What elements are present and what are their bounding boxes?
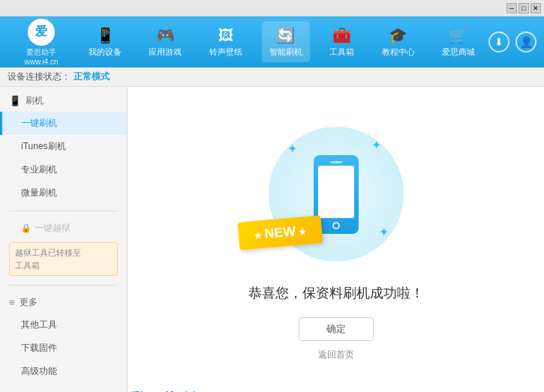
- main-layout: 📱 刷机 一键刷机 iTunes刷机 专业刷机 微量刷机 🔒 一键越狱 越狱工具…: [0, 87, 544, 392]
- jailbreak-label: 一键越狱: [35, 222, 71, 235]
- status-strip: 设备连接状态： 正常模式: [0, 67, 544, 87]
- nav-toolbox[interactable]: 🧰 工具箱: [322, 22, 362, 62]
- nav-my-device[interactable]: 📱 我的设备: [81, 22, 129, 62]
- sidebar-flash-title: 📱 刷机: [0, 90, 127, 112]
- lock-icon: 🔒: [21, 223, 32, 233]
- minimize-button[interactable]: ─: [506, 3, 517, 13]
- nav-store-label: 爱思商城: [442, 46, 475, 58]
- sidebar-item-advanced[interactable]: 高级功能: [0, 360, 127, 383]
- device-details: iPhone 12 mini 64GB Down-12mini-13,1: [132, 390, 196, 393]
- sparkle-top-left: ✦: [287, 142, 297, 156]
- maximize-button[interactable]: □: [518, 3, 529, 13]
- nav-right: ⬇ 👤: [488, 31, 536, 52]
- more-section-label: 更多: [20, 296, 38, 309]
- nav-apps[interactable]: 🎮 应用游戏: [141, 22, 189, 62]
- sidebar-jailbreak-title: 🔒 一键越狱: [0, 217, 127, 239]
- sidebar-item-download-firmware[interactable]: 下载固件: [0, 337, 127, 360]
- toolbox-icon: 🧰: [332, 26, 351, 44]
- window-controls: ─ □ ✕: [506, 3, 541, 13]
- close-button[interactable]: ✕: [530, 3, 541, 13]
- sidebar-item-pro-flash[interactable]: 专业刷机: [0, 158, 127, 181]
- nav-tutorial[interactable]: 🎓 教程中心: [374, 22, 422, 62]
- status-label: 设备连接状态：: [8, 70, 71, 83]
- logo-area: 爱 爱思助手 www.i4.cn: [8, 19, 75, 66]
- logo-circle: 爱: [28, 19, 55, 46]
- more-section-icon: ≡: [9, 297, 15, 308]
- nav-smart-flash-label: 智能刷机: [269, 46, 302, 58]
- sidebar-divider-2: [9, 285, 118, 286]
- jailbreak-info-box: 越狱工具已转移至工具箱: [9, 242, 118, 276]
- nav-wallpaper[interactable]: 🖼 铃声壁纸: [202, 22, 250, 62]
- apps-icon: 🎮: [156, 26, 175, 44]
- sidebar-more-section: ≡ 更多 其他工具 下载固件 高级功能: [0, 289, 127, 386]
- nav-store[interactable]: 🛒 爱思商城: [434, 22, 482, 62]
- nav-tutorial-label: 教程中心: [382, 46, 415, 58]
- success-illustration: ✦ ✦ ✦ NEW: [254, 119, 419, 269]
- title-bar: ─ □ ✕: [0, 0, 544, 16]
- device-status-area: ✓ 自动敛送 ✓ 跳过向导 📱 iPhone 12 mini 64GB Down…: [8, 390, 304, 393]
- wallpaper-icon: 🖼: [218, 27, 233, 44]
- nav-my-device-label: 我的设备: [89, 46, 122, 58]
- phone-screen: [318, 166, 354, 218]
- top-nav: 爱 爱思助手 www.i4.cn 📱 我的设备 🎮 应用游戏 🖼 铃声壁纸 🔄 …: [0, 16, 544, 67]
- success-title: 恭喜您，保资料刷机成功啦！: [248, 284, 424, 302]
- sparkle-top-right: ✦: [371, 138, 381, 152]
- nav-smart-flash[interactable]: 🔄 智能刷机: [262, 22, 310, 62]
- flash-section-label: 刷机: [26, 94, 44, 107]
- nav-items: 📱 我的设备 🎮 应用游戏 🖼 铃声壁纸 🔄 智能刷机 🧰 工具箱 🎓 教程中心…: [75, 22, 488, 62]
- sidebar-item-small-flash[interactable]: 微量刷机: [0, 181, 127, 205]
- my-device-icon: 📱: [96, 26, 115, 44]
- sidebar-item-other-tools[interactable]: 其他工具: [0, 313, 127, 337]
- logo-symbol: 爱: [35, 24, 47, 40]
- jailbreak-info-text: 越狱工具已转移至工具箱: [15, 248, 81, 270]
- sidebar-flash-section: 📱 刷机 一键刷机 iTunes刷机 专业刷机 微量刷机: [0, 87, 127, 208]
- device-name: iPhone 12 mini: [132, 390, 196, 393]
- download-button[interactable]: ⬇: [488, 31, 509, 52]
- sparkle-bottom-right: ✦: [379, 225, 389, 239]
- status-value: 正常模式: [74, 70, 110, 83]
- sidebar-item-itunes-flash[interactable]: iTunes刷机: [0, 135, 127, 158]
- sidebar: 📱 刷机 一键刷机 iTunes刷机 专业刷机 微量刷机 🔒 一键越狱 越狱工具…: [0, 87, 128, 392]
- phone-home: [332, 222, 340, 229]
- tutorial-icon: 🎓: [389, 26, 407, 44]
- sidebar-more-title: ≡ 更多: [0, 292, 127, 313]
- sidebar-divider-1: [9, 211, 118, 211]
- nav-toolbox-label: 工具箱: [329, 46, 354, 58]
- phone-speaker: [330, 161, 342, 163]
- confirm-button[interactable]: 确定: [299, 317, 374, 341]
- logo-line2: www.i4.cn: [24, 58, 58, 66]
- sidebar-item-one-click-flash[interactable]: 一键刷机: [0, 112, 127, 135]
- flash-section-icon: 📱: [9, 95, 21, 106]
- logo-line1: 爱思助手: [26, 47, 56, 58]
- sidebar-jailbreak-section: 🔒 一键越狱 越狱工具已转移至工具箱: [0, 214, 127, 282]
- smart-flash-icon: 🔄: [276, 26, 295, 44]
- profile-button[interactable]: 👤: [515, 31, 536, 52]
- content-area: ✦ ✦ ✦ NEW 恭喜您，保资料刷机成功啦！ 确定 返回首页: [128, 87, 544, 392]
- nav-apps-label: 应用游戏: [149, 46, 182, 58]
- store-icon: 🛒: [449, 26, 467, 44]
- back-link[interactable]: 返回首页: [318, 349, 354, 361]
- nav-wallpaper-label: 铃声壁纸: [209, 46, 242, 58]
